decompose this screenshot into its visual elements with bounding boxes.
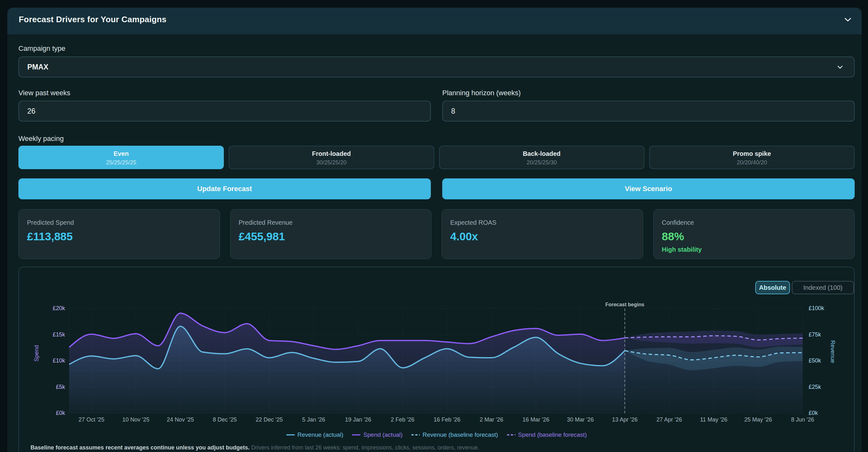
svg-text:11 May '26: 11 May '26	[700, 416, 727, 423]
svg-text:Spend: Spend	[33, 345, 40, 361]
svg-text:£75k: £75k	[809, 331, 821, 338]
svg-text:19 Jan '26: 19 Jan '26	[345, 416, 371, 423]
svg-text:22 Dec '25: 22 Dec '25	[255, 416, 283, 423]
svg-text:27 Oct '25: 27 Oct '25	[79, 416, 104, 423]
svg-text:16 Feb '26: 16 Feb '26	[434, 416, 461, 423]
svg-text:24 Nov '25: 24 Nov '25	[167, 416, 194, 423]
svg-text:13 Apr '26: 13 Apr '26	[612, 416, 638, 423]
svg-text:£20k: £20k	[53, 305, 65, 312]
svg-text:2 Feb '26: 2 Feb '26	[391, 416, 415, 423]
svg-text:27 Apr '26: 27 Apr '26	[656, 416, 682, 423]
svg-text:16 Mar '26: 16 Mar '26	[523, 416, 549, 423]
svg-text:Forecast begins: Forecast begins	[606, 302, 645, 307]
svg-text:Revenue: Revenue	[830, 340, 836, 363]
svg-text:£10k: £10k	[53, 357, 65, 364]
svg-text:£0k: £0k	[56, 410, 65, 416]
svg-text:£100k: £100k	[809, 305, 825, 312]
svg-text:5 Jan '26: 5 Jan '26	[302, 416, 326, 423]
svg-text:8 Dec '25: 8 Dec '25	[213, 416, 237, 423]
svg-text:£0k: £0k	[809, 410, 818, 416]
svg-text:10 Nov '25: 10 Nov '25	[122, 416, 150, 423]
svg-text:£15k: £15k	[53, 331, 65, 338]
svg-text:£5k: £5k	[56, 384, 65, 390]
svg-text:8 Jun '26: 8 Jun '26	[791, 416, 814, 423]
svg-text:2 Mar '26: 2 Mar '26	[480, 416, 503, 423]
svg-text:£25k: £25k	[809, 384, 821, 390]
svg-text:30 Mar '26: 30 Mar '26	[567, 416, 594, 423]
svg-text:25 May '26: 25 May '26	[744, 416, 772, 423]
svg-text:£50k: £50k	[809, 357, 821, 364]
